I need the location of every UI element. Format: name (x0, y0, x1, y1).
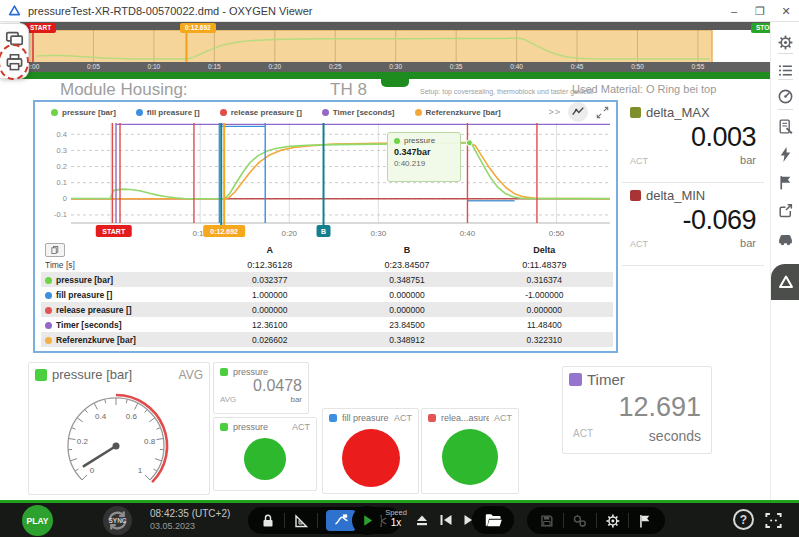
sidebar-report-icon[interactable] (777, 118, 794, 135)
chart-panel: pressure [bar]fill preasure []release pr… (33, 100, 618, 353)
legend-label: release preasure [] (231, 108, 302, 117)
table-time-value: 0:12.36128 (201, 257, 338, 272)
channel-label: release preasure [] (41, 302, 201, 317)
delta-value-widget: delta_MIN-0.069ACTbar (622, 183, 764, 266)
table-col-header: B (338, 242, 475, 257)
legend-color-dot (220, 109, 227, 116)
sync-button[interactable]: SYNC (103, 506, 132, 535)
overview-expand-tab[interactable] (381, 79, 409, 87)
tooltip-series-dot (394, 138, 400, 144)
table-cell-value: 0.348751 (338, 272, 475, 287)
gears-icon[interactable] (572, 513, 588, 529)
indicator-lamp (342, 429, 400, 487)
table-col-header: Delta (476, 242, 613, 257)
display-mode-icon[interactable] (764, 511, 783, 530)
maximize-button[interactable]: ❐ (747, 1, 773, 21)
analog-gauge: 00.20.40.60.81 (29, 382, 203, 490)
table-cell-value: 11.48400 (476, 317, 613, 332)
sidebar-divider (778, 79, 793, 80)
print-button[interactable] (5, 53, 24, 72)
play-mode-label: PLAY (27, 516, 49, 526)
series-color-swatch (35, 369, 47, 381)
overview-tick-label: 0:15 (201, 63, 227, 70)
legend-item[interactable]: Timer [seconds] (322, 108, 395, 117)
legend-item[interactable]: Referenzkurve [bar] (415, 108, 501, 117)
minimize-button[interactable]: – (721, 1, 747, 21)
indicator-lamp (244, 438, 286, 480)
sidebar-bolt-icon[interactable] (777, 146, 794, 163)
legend-label: pressure [bar] (62, 108, 116, 117)
table-row: pressure [bar]0.0323770.3487510.316374 (41, 272, 613, 287)
skip-to-start-icon[interactable] (438, 512, 454, 528)
svg-text:0.4: 0.4 (95, 412, 107, 421)
lock-icon[interactable] (260, 513, 276, 529)
chart-plot-area[interactable]: 0.40.30.20.10-0.10:100:200:300:400:50STA… (35, 120, 616, 242)
help-glyph: ? (740, 513, 747, 527)
channel-color-dot (45, 307, 52, 314)
save-icon[interactable] (539, 513, 555, 529)
table-cell-value: 23.84500 (338, 317, 475, 332)
tooltip-time: 0:40.219 (394, 159, 454, 168)
playback-play-button[interactable] (352, 506, 381, 535)
svg-text:0:30: 0:30 (371, 229, 387, 238)
left-toolbar-flyout (0, 23, 29, 79)
svg-text:0:20: 0:20 (281, 229, 297, 238)
setsquare-icon[interactable] (293, 513, 309, 529)
pressure-digital-widget: pressure 0.0478 AVG bar (213, 362, 309, 414)
release-pressure-indicator-widget: relea...asure ACT (421, 408, 519, 494)
channel-label: Timer [seconds] (41, 317, 201, 332)
indicator-mode-badge: ACT (394, 413, 412, 423)
screens-button[interactable] (5, 29, 24, 48)
module-housing-value: TH 8 (330, 80, 367, 100)
curve-marker-icon (334, 513, 349, 528)
legend-label: Referenzkurve [bar] (426, 108, 501, 117)
play-mode-button[interactable]: PLAY (22, 505, 53, 536)
sidebar-flag-icon[interactable] (777, 174, 794, 191)
table-cell-value: 0.000000 (338, 302, 475, 317)
sidebar-gear-icon[interactable] (777, 34, 794, 51)
close-button[interactable]: ✕ (773, 1, 799, 21)
overview-range-bar[interactable] (20, 72, 770, 79)
settings-gear-icon[interactable] (605, 513, 621, 529)
marker-flag-icon[interactable] (637, 513, 653, 529)
recording-overview[interactable]: START 0:12.692 STOP 0:000:050:100:150:20… (20, 22, 770, 80)
legend-item[interactable]: fill preasure [] (136, 108, 200, 117)
sidebar-dial-icon[interactable] (777, 88, 794, 105)
curve-mode-button[interactable] (568, 102, 588, 122)
series-color-swatch (428, 414, 436, 422)
sidebar-car-icon[interactable] (777, 230, 794, 247)
overview-tick-label: 0:20 (262, 63, 288, 70)
legend-color-dot (51, 109, 58, 116)
copy-table-button[interactable] (45, 243, 65, 257)
svg-text:0.2: 0.2 (77, 437, 89, 446)
channel-label: Referenzkurve [bar] (41, 332, 201, 347)
overview-waveform[interactable] (20, 22, 770, 62)
cursor-table: ABDeltaTime [s]0:12.361280:23.845070:11.… (41, 242, 613, 347)
legend-item[interactable]: pressure [bar] (51, 108, 116, 117)
eject-icon[interactable] (414, 512, 430, 528)
table-cell-value: 0.032377 (201, 272, 338, 287)
table-time-value: 0:23.84507 (338, 257, 475, 272)
indicator-title: pressure (233, 422, 287, 432)
sidebar-list-icon[interactable] (777, 62, 794, 79)
sidebar-share-icon[interactable] (777, 202, 794, 219)
timer-widget: Timer 12.691 ACT seconds (562, 366, 712, 454)
speed-control[interactable]: Speed 1x (384, 508, 408, 528)
table-row: Referenzkurve [bar]0.0266020.3489120.322… (41, 332, 613, 347)
legend-label: Timer [seconds] (333, 108, 395, 117)
expand-chart-icon[interactable] (595, 105, 610, 120)
table-row: fill preasure []1.0000000.000000-1.00000… (41, 287, 613, 302)
brand-triangle-badge[interactable] (771, 264, 799, 300)
record-tools-group (527, 507, 665, 534)
legend-item[interactable]: release preasure [] (220, 108, 302, 117)
open-file-button[interactable] (472, 506, 514, 534)
delta-mode-badge: ACT (630, 156, 648, 166)
overview-time-cursor-label[interactable]: 0:12.692 (180, 23, 216, 33)
more-options-button[interactable]: >> (548, 107, 561, 117)
svg-text:0: 0 (90, 466, 95, 475)
help-button[interactable]: ? (733, 509, 754, 530)
svg-text:B: B (321, 228, 326, 235)
channel-label: fill preasure [] (41, 287, 201, 302)
fill-pressure-indicator-widget: fill preasure ACT (322, 408, 419, 494)
delta-unit: bar (740, 154, 756, 166)
